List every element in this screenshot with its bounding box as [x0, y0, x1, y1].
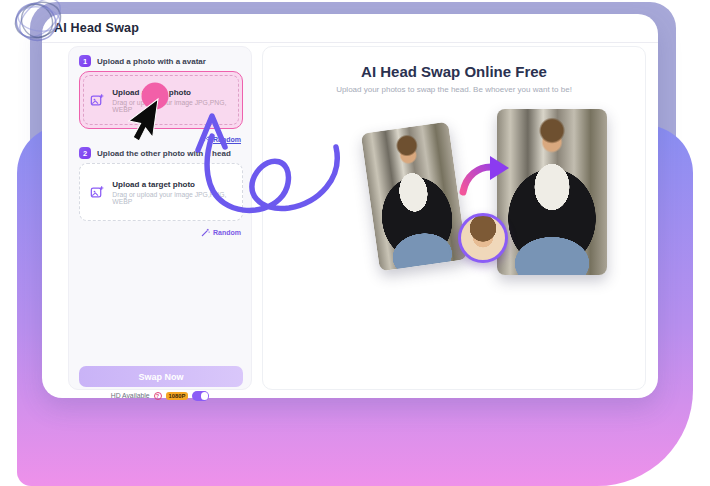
swap-now-button[interactable]: Swap Now	[79, 366, 243, 387]
resolution-badge: 1080P	[166, 392, 189, 400]
shuffle-icon	[202, 135, 210, 143]
hd-available-row: HD Available ? 1080P	[69, 391, 251, 401]
step-1-badge: 1	[79, 55, 91, 67]
step-2-header: 2 Upload the other photo with a head	[79, 147, 231, 159]
window-header: AI Head Swap	[42, 14, 658, 43]
magic-wand-icon	[201, 228, 210, 237]
base-photo-title: Upload a base photo	[112, 88, 242, 97]
hd-available-label: HD Available	[111, 392, 150, 399]
hero-subtitle: Upload your photos to swap the head. Be …	[263, 85, 645, 94]
hero-title: AI Head Swap Online Free	[263, 63, 645, 80]
random-target-link[interactable]: Random	[213, 229, 241, 236]
add-image-icon	[90, 185, 104, 200]
hd-toggle[interactable]	[192, 391, 209, 401]
window-title: AI Head Swap	[54, 21, 139, 35]
target-photo-dropzone[interactable]: Upload a target photo Drag or upload you…	[79, 163, 243, 221]
base-photo-hint: Drag or upload your image JPG,PNG, WEBP	[112, 99, 242, 113]
upload-panel: 1 Upload a photo with a avatar Upload a …	[68, 46, 252, 390]
step-2-label: Upload the other photo with a head	[97, 149, 231, 158]
dropzone-content: Upload a base photo Drag or upload your …	[80, 72, 242, 128]
target-photo-hint: Drag or upload your image JPG,PNG, WEBP	[112, 191, 242, 205]
base-photo-dropzone[interactable]: Upload a base photo Drag or upload your …	[79, 71, 243, 129]
random-base-link[interactable]: Random	[213, 136, 241, 143]
random-target-row: Random	[201, 228, 241, 237]
example-photo-after	[497, 109, 607, 275]
step-1-header: 1 Upload a photo with a avatar	[79, 55, 206, 67]
help-icon[interactable]: ?	[154, 392, 162, 400]
hd-toggle-knob	[201, 392, 209, 400]
swap-face-thumbnail	[458, 213, 508, 263]
step-1-label: Upload a photo with a avatar	[97, 57, 206, 66]
target-photo-title: Upload a target photo	[112, 180, 242, 189]
dropzone-texts: Upload a base photo Drag or upload your …	[112, 88, 242, 113]
dropzone-texts: Upload a target photo Drag or upload you…	[112, 180, 242, 205]
page: AI Head Swap 1 Upload a photo with a ava…	[0, 0, 710, 486]
dropzone-content: Upload a target photo Drag or upload you…	[80, 164, 242, 220]
add-image-icon	[90, 93, 104, 108]
step-2-badge: 2	[79, 147, 91, 159]
random-base-row: Random	[202, 135, 241, 143]
